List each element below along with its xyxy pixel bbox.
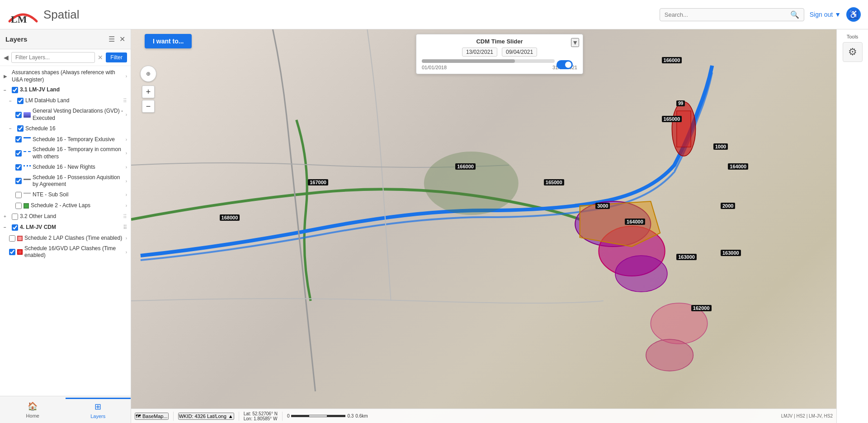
map-label-2000: 2000 <box>721 203 735 209</box>
map-label-166000-mid: 166000 <box>455 163 476 170</box>
layer-sch16-new-rights[interactable]: Schedule 16 - New Rights › <box>0 162 131 173</box>
layer-datahub[interactable]: − LM DataHub Land ⠿ <box>0 95 131 106</box>
svg-point-4 <box>615 256 667 292</box>
layer-sch16-temp-common[interactable]: Schedule 16 - Temporary in common with o… <box>0 145 131 162</box>
map-label-99: 99 <box>676 100 685 106</box>
drag-handle-icon[interactable]: ⠿ <box>123 98 127 104</box>
layer-nte-sub-soil[interactable]: NTE - Sub Soil › <box>0 190 131 200</box>
sidebar-close-button[interactable]: ✕ <box>119 35 125 43</box>
layer-checkbox[interactable] <box>9 235 15 242</box>
chevron-right-icon: › <box>126 179 127 184</box>
map-label-163000-right: 163000 <box>721 250 741 256</box>
i-want-to-button[interactable]: I want to... <box>145 34 192 48</box>
svg-text:LM: LM <box>11 14 27 24</box>
layer-checkbox[interactable] <box>17 125 24 132</box>
map-compass-button[interactable]: ⊕ <box>140 66 156 82</box>
map-label-1000: 1000 <box>713 143 728 150</box>
header-right: 🔍 Sign out ▼ ♿ <box>660 7 861 22</box>
layer-label: General Vesting Declarations (GVD) - Exe… <box>33 108 124 122</box>
filter-button[interactable]: Filter <box>106 52 127 62</box>
header-left: LM Spatial <box>7 5 80 24</box>
layer-checkbox[interactable] <box>15 178 22 184</box>
layer-label: Schedule 16 - Possession Aquisition by A… <box>33 174 124 188</box>
layer-sch2-lap-clashes[interactable]: Schedule 2 LAP Clashes (Time enabled) › <box>0 233 131 244</box>
layer-other-land[interactable]: + 3.2 Other Land ⠿ <box>0 211 131 222</box>
accessibility-button[interactable]: ♿ <box>846 7 861 22</box>
collapse-icon[interactable]: − <box>4 225 10 230</box>
cdm-toggle[interactable] <box>557 60 573 69</box>
svg-point-9 <box>424 152 519 215</box>
cdm-date-start[interactable]: 13/02/2021 <box>462 48 497 57</box>
filter-row: ◀ ✕ Filter <box>0 49 131 66</box>
search-button[interactable]: 🔍 <box>790 10 799 19</box>
search-input[interactable] <box>665 11 790 18</box>
layer-label: Schedule 16 - New Rights <box>33 164 124 171</box>
sidebar-menu-button[interactable]: ☰ <box>108 35 115 43</box>
cdm-collapse-button[interactable]: ▼ <box>571 38 579 47</box>
sidebar-title: Layers <box>5 35 27 43</box>
header: LM Spatial 🔍 Sign out ▼ ♿ <box>0 0 868 29</box>
map-label-164000-upper: 164000 <box>728 163 748 170</box>
collapse-icon[interactable]: ▶ <box>4 74 10 79</box>
map-label-167000: 167000 <box>308 179 328 185</box>
logo-spatial-text: Spatial <box>43 8 80 22</box>
basemap-button[interactable]: 🗺 BaseMap... <box>135 413 169 420</box>
filter-clear-button[interactable]: ✕ <box>98 54 103 61</box>
layer-checkbox[interactable] <box>15 203 22 209</box>
layer-checkbox[interactable] <box>12 224 18 231</box>
map-label-165000-mid: 165000 <box>544 179 564 185</box>
collapse-icon[interactable]: − <box>4 88 10 93</box>
layer-checkbox[interactable] <box>15 150 22 157</box>
layer-checkbox[interactable] <box>9 249 15 255</box>
layer-checkbox[interactable] <box>15 136 22 143</box>
cdm-time-slider: CDM Time Slider 13/02/2021 09/04/2021 01… <box>416 34 583 74</box>
zoom-out-button[interactable]: − <box>142 100 155 113</box>
layer-label: NTE - Sub Soil <box>33 191 124 199</box>
layer-sch16-gvd-clashes[interactable]: Schedule 16/GVD LAP Clashes (Time enable… <box>0 244 131 261</box>
layer-lm-jv-cdm[interactable]: − 4. LM-JV CDM ⠿ <box>0 222 131 233</box>
collapse-icon[interactable]: − <box>9 126 15 131</box>
cdm-slider-fill <box>422 59 515 63</box>
cdm-slider-track[interactable] <box>422 59 555 63</box>
drag-handle-icon[interactable]: ⠿ <box>123 214 127 220</box>
layer-sch16-temp-exc[interactable]: Schedule 16 - Temporary Exlusive › <box>0 134 131 145</box>
layer-lm-jv-land[interactable]: − 3.1 LM-JV Land <box>0 85 131 95</box>
cdm-date-end[interactable]: 09/04/2021 <box>502 48 537 57</box>
logo: LM Spatial <box>7 5 80 24</box>
map-area[interactable]: I want to... ⊕ + − CDM Time Slider 13/02… <box>131 29 868 423</box>
layer-gvd[interactable]: General Vesting Declarations (GVD) - Exe… <box>0 106 131 123</box>
layer-checkbox[interactable] <box>15 112 22 118</box>
tools-button[interactable]: ⚙ <box>843 42 863 62</box>
home-icon: 🏠 <box>28 401 38 411</box>
zoom-in-button[interactable]: + <box>142 86 155 98</box>
layer-checkbox[interactable] <box>15 164 22 171</box>
nav-home-button[interactable]: 🏠 Home <box>0 399 66 421</box>
layer-checkbox[interactable] <box>15 192 22 198</box>
wkid-label: WKID: 4326 Lat/Long <box>179 413 226 419</box>
separator <box>173 412 174 421</box>
drag-handle-icon[interactable]: ⠿ <box>123 224 127 231</box>
layer-checkbox[interactable] <box>17 98 24 104</box>
filter-input[interactable] <box>11 52 95 63</box>
layer-sch16-possession[interactable]: Schedule 16 - Possession Aquisition by A… <box>0 173 131 190</box>
nav-layers-button[interactable]: ⊞ Layers <box>66 398 131 422</box>
separator2 <box>239 412 239 421</box>
sidebar-header-icons: ☰ ✕ <box>108 35 125 43</box>
collapse-icon[interactable]: + <box>4 214 10 219</box>
layer-checkbox[interactable] <box>12 87 18 93</box>
wkid-button[interactable]: WKID: 4326 Lat/Long ▲ <box>178 413 234 420</box>
logo-arc-icon: LM <box>7 5 39 24</box>
layer-schedule16[interactable]: − Schedule 16 <box>0 123 131 134</box>
sign-out-button[interactable]: Sign out ▼ <box>810 11 841 18</box>
chevron-right-icon: › <box>126 112 127 117</box>
back-button[interactable]: ◀ <box>4 54 9 61</box>
chevron-right-icon: › <box>126 151 127 156</box>
layer-checkbox[interactable] <box>12 214 18 220</box>
layer-assurances[interactable]: ▶ Assurances shapes (Always reference wi… <box>0 68 131 85</box>
layer-label: Schedule 16/GVD LAP Clashes (Time enable… <box>24 245 124 259</box>
map-label-162000: 162000 <box>691 305 712 311</box>
layer-sch2-active[interactable]: Schedule 2 - Active Laps › <box>0 200 131 211</box>
layer-label: Schedule 16 - Temporary in common with o… <box>33 146 124 160</box>
nav-home-label: Home <box>26 413 39 418</box>
collapse-icon[interactable]: − <box>9 99 15 104</box>
